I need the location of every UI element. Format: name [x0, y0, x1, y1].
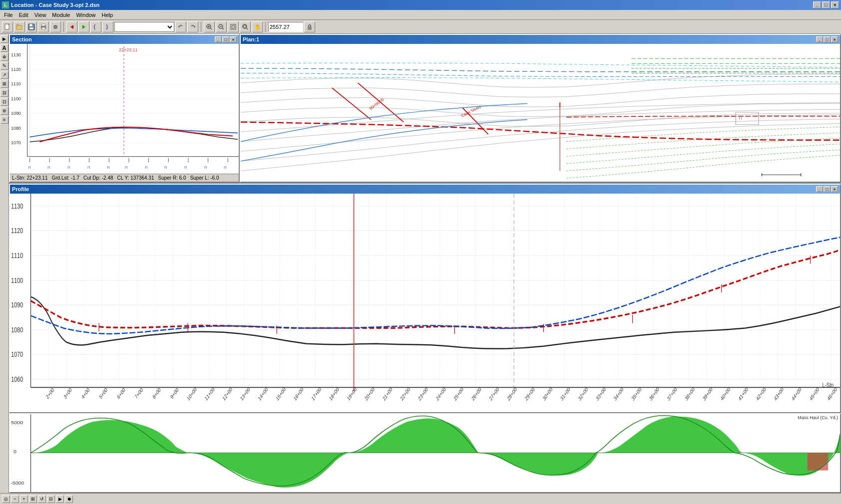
mass-haul-label: Mass Haul (Cu. Yd.) — [798, 415, 838, 420]
svg-text:⊓: ⊓ — [28, 166, 30, 169]
station-combo[interactable] — [114, 22, 174, 32]
section-svg: 1130 1120 1110 1100 1090 1080 1070 — [10, 44, 239, 174]
nav-left[interactable]: ⟨ — [90, 21, 101, 32]
info-super-l: Super L: -6.0 — [190, 175, 219, 181]
svg-rect-9 — [42, 27, 45, 29]
pan-button[interactable]: ✋ — [252, 21, 263, 32]
lt-btn-8[interactable]: ⊡ — [0, 98, 8, 106]
profile-maximize[interactable]: □ — [824, 186, 831, 192]
zoom-out-button[interactable] — [216, 21, 227, 32]
zoom-window-button[interactable] — [240, 21, 251, 32]
menu-edit[interactable]: Edit — [16, 11, 31, 19]
bt-btn-6[interactable]: ⊟ — [47, 495, 55, 503]
svg-line-21 — [210, 28, 212, 29]
minimize-button[interactable]: _ — [813, 1, 821, 8]
title-bar: L Location - Case Study 3-opt 2.dsn _ □ … — [0, 0, 841, 10]
svg-rect-8 — [42, 24, 45, 26]
menu-help[interactable]: Help — [99, 11, 116, 19]
menu-module[interactable]: Module — [49, 11, 73, 19]
svg-rect-3 — [16, 24, 19, 26]
svg-text:⊓: ⊓ — [739, 117, 742, 121]
svg-marker-12 — [70, 25, 73, 29]
lt-btn-4[interactable]: ✎ — [0, 62, 8, 70]
section-title-btns: _ □ × — [215, 36, 237, 42]
lt-btn-9[interactable]: ⊚ — [0, 107, 8, 115]
plan-minimize[interactable]: _ — [816, 36, 823, 42]
bottom-area: Profile _ □ × 1130 1120 — [9, 184, 841, 493]
svg-text:⊓: ⊓ — [125, 166, 127, 169]
redo-button[interactable] — [187, 21, 198, 32]
lt-btn-7[interactable]: ⊟ — [0, 89, 8, 97]
app-icon: L — [2, 1, 9, 8]
nav-right[interactable]: ⟩ — [102, 21, 113, 32]
menu-file[interactable]: File — [1, 11, 16, 19]
svg-text:1070: 1070 — [11, 350, 23, 358]
svg-point-11 — [55, 26, 56, 27]
prev-button[interactable] — [66, 21, 77, 32]
play-button[interactable] — [78, 21, 89, 32]
svg-rect-29 — [243, 25, 246, 27]
svg-point-26 — [232, 25, 235, 28]
svg-text:1110: 1110 — [11, 251, 23, 259]
svg-text:1130: 1130 — [11, 52, 21, 57]
profile-title-btns: _ □ × — [816, 186, 838, 192]
menu-view[interactable]: View — [31, 11, 49, 19]
section-info-bar: L-Stn: 22+23.11 Grd.Lst: -1.7 Cut Dp: -2… — [10, 174, 239, 182]
profile-minimize[interactable]: _ — [816, 186, 823, 192]
lt-btn-3[interactable]: ⊕ — [0, 53, 8, 61]
svg-text:1060: 1060 — [11, 375, 23, 383]
bt-btn-5[interactable]: ↺ — [38, 495, 46, 503]
bt-btn-7[interactable]: ▶ — [56, 495, 64, 503]
svg-text:⊓: ⊓ — [67, 166, 70, 169]
svg-text:1100: 1100 — [11, 276, 23, 284]
zoom-in-button[interactable] — [204, 21, 215, 32]
svg-text:⟩: ⟩ — [106, 23, 108, 30]
svg-rect-31 — [308, 26, 312, 30]
section-close[interactable]: × — [230, 36, 237, 42]
lt-btn-1[interactable]: ▶ — [0, 35, 8, 43]
svg-text:0: 0 — [13, 449, 16, 454]
lock-button[interactable] — [304, 21, 315, 32]
open-button[interactable] — [14, 21, 25, 32]
title-bar-text: Location - Case Study 3-opt 2.dsn — [11, 2, 813, 8]
lt-btn-10[interactable]: ≡ — [0, 116, 8, 124]
bt-btn-2[interactable]: ~ — [11, 495, 19, 503]
section-minimize[interactable]: _ — [215, 36, 222, 42]
plan-svg: 80+00.00 Case Study — [241, 44, 840, 182]
maximize-button[interactable]: □ — [822, 1, 830, 8]
lt-btn-5[interactable]: ↗ — [0, 71, 8, 79]
profile-close[interactable]: × — [831, 186, 838, 192]
info-super-r: Super R: 6.0 — [158, 175, 186, 181]
section-title-text: Section — [12, 36, 215, 42]
lt-btn-6[interactable]: ⊞ — [0, 80, 8, 88]
print-button[interactable] — [38, 21, 49, 32]
svg-text:⊓: ⊓ — [47, 166, 50, 169]
zoom-fit-button[interactable] — [228, 21, 239, 32]
toolbar-separator-2 — [201, 22, 201, 32]
save-button[interactable] — [26, 21, 37, 32]
svg-text:⊓: ⊓ — [184, 166, 187, 169]
title-bar-buttons: _ □ × — [813, 1, 839, 8]
toolbar-separator-3 — [265, 22, 266, 32]
close-button[interactable]: × — [831, 1, 839, 8]
svg-text:1080: 1080 — [11, 126, 21, 131]
bt-btn-3[interactable]: + — [20, 495, 28, 503]
settings-button[interactable] — [50, 21, 61, 32]
profile-title-text: Profile — [12, 186, 816, 192]
zoom-value-input[interactable] — [268, 22, 303, 32]
plan-content: 80+00.00 Case Study — [241, 44, 840, 182]
section-content: 1130 1120 1110 1100 1090 1080 1070 — [10, 44, 239, 174]
section-maximize[interactable]: □ — [222, 36, 229, 42]
menu-window[interactable]: Window — [73, 11, 98, 19]
panels-area: Section _ □ × 1130 1120 — [9, 34, 841, 493]
svg-text:-5000: -5000 — [10, 481, 24, 486]
lt-btn-2[interactable]: A — [0, 44, 8, 52]
left-toolbar: ▶ A ⊕ ✎ ↗ ⊞ ⊟ ⊡ ⊚ ≡ — [0, 34, 9, 493]
bt-btn-8[interactable]: ⏺ — [65, 495, 73, 503]
bt-btn-1[interactable]: ◎ — [2, 495, 10, 503]
undo-button[interactable] — [175, 21, 186, 32]
new-button[interactable] — [2, 21, 13, 32]
bt-btn-4[interactable]: ⊞ — [29, 495, 37, 503]
plan-close[interactable]: × — [831, 36, 838, 42]
plan-maximize[interactable]: □ — [824, 36, 831, 42]
